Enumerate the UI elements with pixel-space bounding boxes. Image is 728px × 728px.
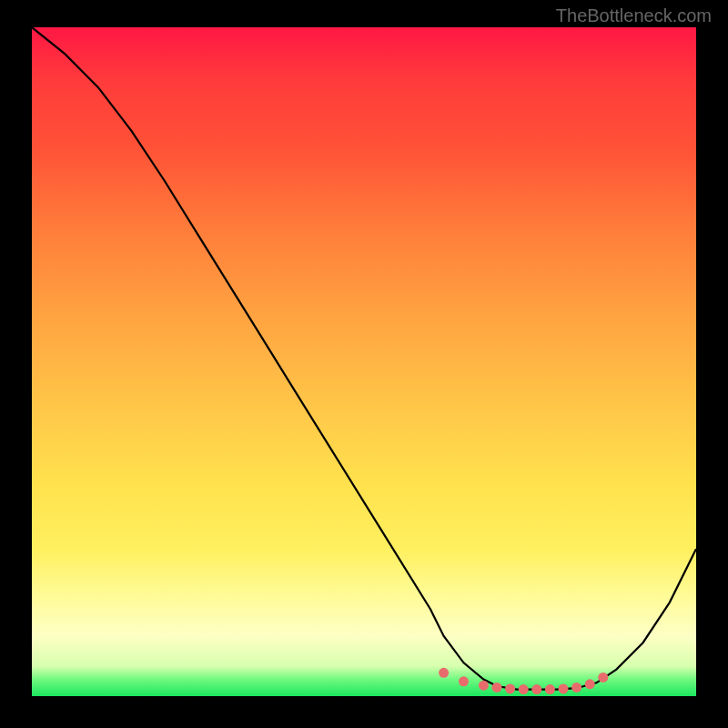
bottleneck-curve-line — [32, 27, 696, 690]
marker-dot — [439, 668, 449, 678]
marker-dot — [545, 684, 555, 694]
marker-dot — [571, 682, 581, 693]
chart-svg — [32, 27, 696, 696]
chart-plot-area — [32, 27, 696, 696]
marker-dot — [459, 676, 469, 686]
marker-dot — [531, 684, 541, 694]
optimal-range-markers — [439, 668, 608, 694]
marker-dot — [585, 679, 595, 689]
marker-dot — [505, 683, 515, 693]
marker-dot — [598, 672, 608, 682]
marker-dot — [492, 682, 502, 693]
watermark-text: TheBottleneck.com — [556, 5, 712, 26]
marker-dot — [479, 681, 489, 691]
marker-dot — [559, 683, 569, 693]
marker-dot — [519, 684, 529, 694]
